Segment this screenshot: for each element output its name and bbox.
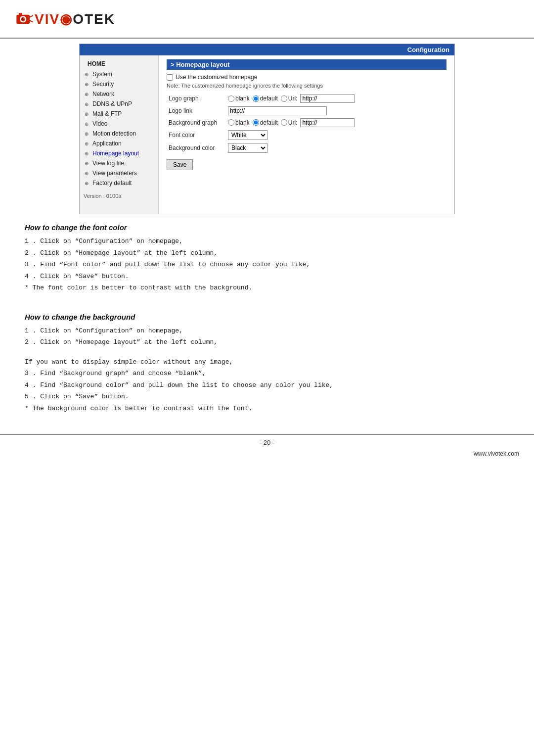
sidebar-item-application[interactable]: ⊕ Application bbox=[80, 139, 158, 148]
sidebar-item-system[interactable]: ⊕ System bbox=[80, 69, 158, 79]
font-color-label: Font color bbox=[167, 129, 226, 142]
website-url: www.vivotek.com bbox=[474, 450, 519, 457]
config-body: HOME ⊕ System ⊕ Security ⊕ Network ⊕ DDN… bbox=[80, 55, 454, 214]
sidebar-item-viewlog[interactable]: ⊕ View log file bbox=[80, 158, 158, 168]
logo-graph-blank-label[interactable]: blank bbox=[228, 95, 250, 102]
logo-link-label: Logo link bbox=[167, 105, 226, 117]
doc-font-step-star: * The font color is better to contrast w… bbox=[25, 283, 509, 293]
background-color-row: Background color Black White Red Blue Gr… bbox=[167, 142, 446, 154]
logo-graph-url-input[interactable] bbox=[300, 94, 355, 103]
bg-graph-blank-radio[interactable] bbox=[228, 119, 234, 126]
website-footer: www.vivotek.com bbox=[0, 448, 534, 462]
logo-graph-default-label[interactable]: default bbox=[253, 95, 278, 102]
doc-font-section: How to change the font color 1 . Click o… bbox=[0, 214, 534, 304]
use-customized-checkbox[interactable] bbox=[167, 74, 173, 81]
bg-graph-default-label[interactable]: default bbox=[253, 119, 278, 126]
doc-font-heading: How to change the font color bbox=[25, 223, 509, 232]
svg-rect-4 bbox=[19, 13, 22, 15]
bg-graph-url-label[interactable]: Url: bbox=[281, 119, 298, 126]
logo-graph-url-label[interactable]: Url: bbox=[281, 95, 298, 102]
bg-graph-blank-label[interactable]: blank bbox=[228, 119, 250, 126]
logo-link-controls bbox=[226, 105, 446, 117]
bg-graph-url-input[interactable] bbox=[300, 118, 355, 127]
sidebar: HOME ⊕ System ⊕ Security ⊕ Network ⊕ DDN… bbox=[80, 55, 159, 214]
save-button[interactable]: Save bbox=[167, 159, 193, 170]
sidebar-item-motion[interactable]: ⊕ Motion detection bbox=[80, 129, 158, 139]
sidebar-item-mail[interactable]: ⊕ Mail & FTP bbox=[80, 109, 158, 119]
logo-graph-label: Logo graph bbox=[167, 93, 226, 105]
logo-graph-blank-text: blank bbox=[235, 95, 250, 102]
sidebar-version: Version : 0100a bbox=[80, 188, 158, 201]
sidebar-item-security[interactable]: ⊕ Security bbox=[80, 79, 158, 89]
config-content: > Homepage layout Use the customized hom… bbox=[159, 55, 454, 214]
bg-graph-url-radio[interactable] bbox=[281, 119, 287, 126]
doc-font-step-3: 3 . Find “Font color” and pull down the … bbox=[25, 260, 509, 270]
section-title: > Homepage layout bbox=[167, 59, 446, 70]
plus-icon-ddns: ⊕ bbox=[83, 100, 90, 108]
background-graph-controls: blank default Url: bbox=[226, 117, 446, 129]
sidebar-label-mail: Mail & FTP bbox=[92, 110, 122, 117]
background-graph-row: Background graph blank defaul bbox=[167, 117, 446, 129]
logo-graph-default-radio[interactable] bbox=[253, 95, 259, 102]
sidebar-label-system: System bbox=[92, 71, 112, 78]
page-footer: - 20 - bbox=[0, 435, 534, 448]
doc-bg-step-2: 2 . Click on “Homepage layout” at the le… bbox=[25, 337, 509, 347]
use-customized-label[interactable]: Use the customized homepage bbox=[176, 74, 257, 81]
vivotek-logo-icon bbox=[15, 9, 35, 29]
doc-bg-section: How to change the background 1 . Click o… bbox=[0, 304, 534, 425]
doc-bg-step-star: * The background color is better to cont… bbox=[25, 404, 509, 414]
font-color-controls: White Black Red Blue Green bbox=[226, 129, 446, 142]
doc-font-step-4: 4 . Click on “Save” button. bbox=[25, 272, 509, 282]
logo-graph-blank-radio[interactable] bbox=[228, 95, 234, 102]
sidebar-label-video: Video bbox=[92, 120, 107, 127]
sidebar-label-security: Security bbox=[92, 81, 114, 88]
doc-bg-step-4: 4 . Find “Background color” and pull dow… bbox=[25, 380, 509, 390]
form-table: Logo graph blank default bbox=[167, 93, 446, 154]
logo-text: VIV◉OTEK bbox=[35, 11, 115, 27]
sidebar-item-homepage[interactable]: ⊕ Homepage layout bbox=[80, 148, 158, 158]
plus-icon-viewparams: ⊕ bbox=[83, 169, 90, 177]
sidebar-label-application: Application bbox=[92, 140, 122, 147]
logo-graph-radio-group: blank default Url: bbox=[228, 94, 355, 103]
bg-graph-default-radio[interactable] bbox=[253, 119, 259, 126]
doc-bg-step-5: 5 . Click on “Save” button. bbox=[25, 392, 509, 402]
sidebar-label-homepage: Homepage layout bbox=[92, 150, 139, 157]
bg-graph-url-text: Url: bbox=[288, 119, 298, 126]
doc-font-step-2: 2 . Click on “Homepage layout” at the le… bbox=[25, 248, 509, 258]
sidebar-item-video[interactable]: ⊕ Video bbox=[80, 119, 158, 129]
plus-icon-viewlog: ⊕ bbox=[83, 159, 90, 167]
font-color-row: Font color White Black Red Blue Green bbox=[167, 129, 446, 142]
save-button-wrapper: Save bbox=[167, 154, 446, 170]
main-wrapper: Configuration HOME ⊕ System ⊕ Security ⊕… bbox=[0, 39, 534, 214]
logo-graph-url-radio[interactable] bbox=[281, 95, 287, 102]
logo-link-input[interactable] bbox=[228, 106, 327, 115]
background-color-select[interactable]: Black White Red Blue Green bbox=[228, 143, 267, 153]
sidebar-item-factory[interactable]: ⊕ Factory default bbox=[80, 178, 158, 188]
svg-line-6 bbox=[30, 15, 33, 17]
background-color-label: Background color bbox=[167, 142, 226, 154]
sidebar-item-network[interactable]: ⊕ Network bbox=[80, 89, 158, 99]
page-number: - 20 - bbox=[260, 439, 274, 446]
font-color-select[interactable]: White Black Red Blue Green bbox=[228, 130, 267, 140]
plus-icon-system: ⊕ bbox=[83, 70, 90, 78]
svg-line-7 bbox=[30, 20, 33, 22]
sidebar-label-viewparams: View parameters bbox=[92, 170, 137, 177]
logo-graph-url-text: Url: bbox=[288, 95, 298, 102]
sidebar-label-viewlog: View log file bbox=[92, 160, 124, 167]
sidebar-home[interactable]: HOME bbox=[80, 58, 158, 69]
doc-bg-middle-note: If you want to display simple color with… bbox=[25, 357, 509, 367]
logo-graph-row: Logo graph blank default bbox=[167, 93, 446, 105]
doc-font-step-1: 1 . Click on “Configuration” on homepage… bbox=[25, 236, 509, 246]
plus-icon-factory: ⊕ bbox=[83, 179, 90, 187]
background-graph-label: Background graph bbox=[167, 117, 226, 129]
sidebar-item-viewparams[interactable]: ⊕ View parameters bbox=[80, 168, 158, 178]
background-color-controls: Black White Red Blue Green bbox=[226, 142, 446, 154]
note-text: Note: The customerized homepage ignores … bbox=[167, 83, 446, 89]
plus-icon-security: ⊕ bbox=[83, 80, 90, 88]
plus-icon-video: ⊕ bbox=[83, 120, 90, 128]
svg-point-5 bbox=[23, 18, 25, 19]
sidebar-item-ddns[interactable]: ⊕ DDNS & UPnP bbox=[80, 99, 158, 109]
logo-o: ◉ bbox=[60, 11, 73, 27]
plus-icon-homepage: ⊕ bbox=[83, 149, 90, 157]
doc-bg-heading: How to change the background bbox=[25, 313, 509, 321]
